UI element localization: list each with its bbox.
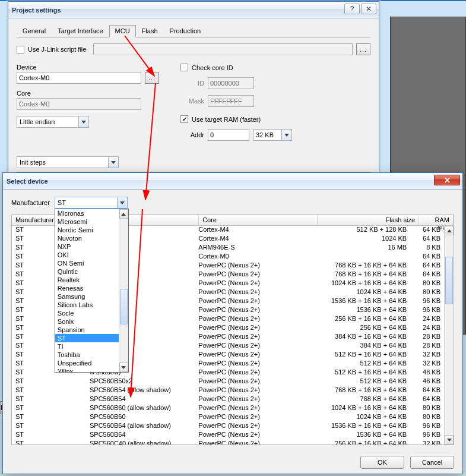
dropdown-option[interactable]: Renesas (55, 284, 128, 292)
table-row[interactable]: STSPC560C40 (allow shadow)PowerPC (Nexus… (12, 440, 444, 445)
window-title: Project settings (12, 7, 61, 14)
check-core-checkbox[interactable] (180, 64, 188, 71)
endian-value: Little endian (20, 118, 55, 125)
use-script-label: Use J-Link script file (28, 46, 86, 53)
scroll-thumb[interactable] (120, 289, 128, 324)
dropdown-option[interactable]: Samsung (55, 292, 128, 301)
dropdown-option[interactable]: Toshiba (55, 351, 128, 359)
chevron-down-icon (108, 157, 118, 168)
dropdown-option[interactable]: ST (55, 334, 128, 342)
init-steps-combo[interactable]: Init steps (17, 156, 119, 168)
manufacturer-dropdown[interactable]: MicronasMicrosemiNordic SemiNuvotonNXPOK… (55, 209, 129, 373)
dropdown-option[interactable]: OKI (55, 251, 128, 259)
core-field: Cortex-M0 (17, 98, 141, 110)
scrollbar[interactable] (444, 226, 454, 445)
tab-flash[interactable]: Flash (136, 25, 164, 37)
titlebar: Project settings ? ✕ (8, 2, 379, 18)
dropdown-option[interactable]: ON Semi (55, 259, 128, 267)
dropdown-option[interactable]: Unspecified (55, 359, 128, 367)
addr-size-combo[interactable]: 32 KB (253, 129, 292, 141)
close-button[interactable]: ✕ (434, 175, 460, 185)
cancel-button[interactable]: Cancel (410, 456, 454, 469)
scroll-up-button[interactable] (445, 226, 454, 235)
mask-label: Mask (180, 97, 204, 105)
select-device-window: Select device ✕ Manufacturer ST Micronas… (2, 172, 463, 474)
table-row[interactable]: STSPC560B54 (allow shadow)PowerPC (Nexus… (12, 386, 444, 395)
table-row[interactable]: STSPC560B54PowerPC (Nexus 2+)768 KB + 64… (12, 395, 444, 404)
dropdown-option[interactable]: Nordic Semi (55, 226, 128, 234)
chevron-down-icon (281, 130, 291, 140)
tabs: General Target Interface MCU Flash Produ… (17, 24, 370, 37)
dropdown-option[interactable]: Realtek (55, 276, 128, 284)
dropdown-option[interactable]: Quintic (55, 267, 128, 276)
dropdown-option[interactable]: Silicon Labs (55, 301, 128, 309)
ok-button[interactable]: OK (360, 456, 404, 469)
table-row[interactable]: STSPC560B50x2PowerPC (Nexus 2+)512 KB + … (12, 377, 444, 386)
col-core[interactable]: Core (199, 215, 317, 225)
id-field: 00000000 (208, 77, 254, 89)
dropdown-option[interactable]: Sonix (55, 317, 128, 326)
id-label: ID (180, 80, 204, 87)
init-steps-value: Init steps (20, 159, 46, 166)
script-path-field (93, 43, 353, 55)
addr-size-value: 32 KB (256, 131, 274, 138)
device-field: Cortex-M0 (17, 72, 141, 84)
use-ram-label: Use target RAM (faster) (192, 116, 261, 123)
dropdown-option[interactable]: TI (55, 342, 128, 351)
table-row[interactable]: STSPC560B64PowerPC (Nexus 2+)1536 KB + 6… (12, 431, 444, 440)
scrollbar[interactable] (119, 209, 128, 372)
help-button[interactable]: ? (344, 4, 360, 14)
col-flash[interactable]: Flash size (318, 215, 420, 225)
manufacturer-value: ST (58, 199, 66, 206)
close-button[interactable]: ✕ (361, 4, 376, 14)
dropdown-option[interactable]: Nuvoton (55, 234, 128, 242)
tab-mcu[interactable]: MCU (109, 25, 136, 37)
use-script-checkbox[interactable] (17, 46, 24, 53)
table-row[interactable]: STSPC560B64 (allow shadow)PowerPC (Nexus… (12, 422, 444, 431)
tab-general[interactable]: General (17, 25, 52, 37)
tab-target-interface[interactable]: Target Interface (52, 25, 109, 37)
tab-production[interactable]: Production (164, 25, 207, 37)
device-browse-button[interactable]: ... (145, 72, 159, 84)
scroll-up-button[interactable] (119, 209, 128, 219)
dropdown-option[interactable]: Socle (55, 309, 128, 317)
manufacturer-label: Manufacturer (11, 199, 50, 206)
dropdown-option[interactable]: Spansion (55, 326, 128, 334)
window-title: Select device (7, 178, 48, 185)
scroll-down-button[interactable] (445, 435, 454, 445)
mask-field: FFFFFFFF (208, 95, 254, 107)
scroll-down-button[interactable] (119, 362, 128, 372)
dropdown-option[interactable]: Xilinx (55, 367, 128, 373)
scroll-thumb[interactable] (445, 257, 453, 304)
col-ram[interactable]: RAM size (419, 215, 454, 225)
chevron-down-icon (78, 116, 88, 127)
script-browse-button[interactable]: ... (356, 43, 370, 55)
endian-combo[interactable]: Little endian (17, 116, 89, 128)
dropdown-option[interactable]: Micronas (55, 209, 128, 217)
use-ram-checkbox[interactable]: ✔ (180, 115, 188, 123)
dropdown-option[interactable]: Microsemi (55, 217, 128, 226)
table-row[interactable]: STSPC560B60 (allow shadow)PowerPC (Nexus… (12, 404, 444, 413)
addr-label: Addr (180, 131, 204, 138)
device-label: Device (17, 64, 37, 71)
titlebar: Select device ✕ (3, 173, 462, 190)
check-core-label: Check core ID (192, 64, 233, 71)
table-row[interactable]: STSPC560B60PowerPC (Nexus 2+)1024 KB + 6… (12, 413, 444, 422)
core-label: Core (17, 90, 31, 97)
manufacturer-combo[interactable]: ST (55, 197, 128, 209)
dropdown-option[interactable]: NXP (55, 242, 128, 251)
addr-field[interactable] (208, 129, 249, 141)
chevron-down-icon (117, 197, 127, 208)
